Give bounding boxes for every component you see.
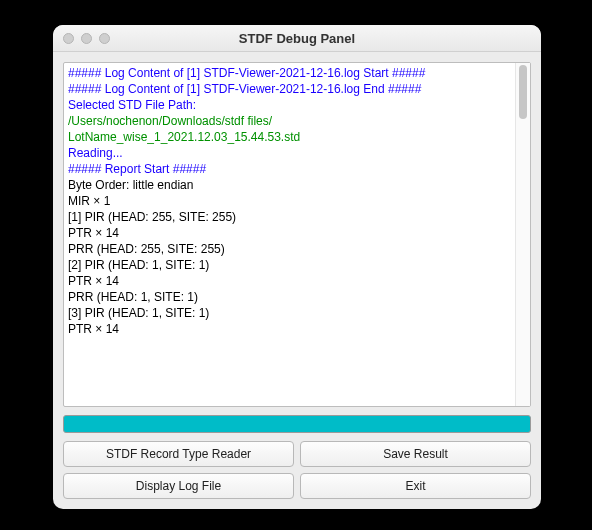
- log-line: LotName_wise_1_2021.12.03_15.44.53.std: [68, 129, 511, 145]
- traffic-lights: [63, 33, 110, 44]
- zoom-icon[interactable]: [99, 33, 110, 44]
- log-line: [3] PIR (HEAD: 1, SITE: 1): [68, 305, 511, 321]
- log-line: PTR × 14: [68, 273, 511, 289]
- log-line: /Users/nochenon/Downloads/stdf files/: [68, 113, 511, 129]
- close-icon[interactable]: [63, 33, 74, 44]
- log-line: ##### Report Start #####: [68, 161, 511, 177]
- save-result-button[interactable]: Save Result: [300, 441, 531, 467]
- scrollbar[interactable]: [515, 63, 530, 406]
- display-log-button[interactable]: Display Log File: [63, 473, 294, 499]
- app-window: STDF Debug Panel ##### Log Content of [1…: [53, 25, 541, 509]
- log-line: [1] PIR (HEAD: 255, SITE: 255): [68, 209, 511, 225]
- log-line: PRR (HEAD: 255, SITE: 255): [68, 241, 511, 257]
- progress-bar: [63, 415, 531, 433]
- log-line: Selected STD File Path:: [68, 97, 511, 113]
- log-line: ##### Log Content of [1] STDF-Viewer-202…: [68, 81, 511, 97]
- content-area: ##### Log Content of [1] STDF-Viewer-202…: [53, 52, 541, 509]
- titlebar: STDF Debug Panel: [53, 25, 541, 52]
- log-line: Byte Order: little endian: [68, 177, 511, 193]
- log-line: ##### Log Content of [1] STDF-Viewer-202…: [68, 65, 511, 81]
- minimize-icon[interactable]: [81, 33, 92, 44]
- log-line: PRR (HEAD: 1, SITE: 1): [68, 289, 511, 305]
- exit-button[interactable]: Exit: [300, 473, 531, 499]
- window-title: STDF Debug Panel: [53, 31, 541, 46]
- button-grid: STDF Record Type Reader Save Result Disp…: [63, 441, 531, 499]
- log-line: [2] PIR (HEAD: 1, SITE: 1): [68, 257, 511, 273]
- log-panel: ##### Log Content of [1] STDF-Viewer-202…: [63, 62, 531, 407]
- log-line: Reading...: [68, 145, 511, 161]
- scroll-thumb[interactable]: [519, 65, 527, 119]
- log-line: PTR × 14: [68, 321, 511, 337]
- record-reader-button[interactable]: STDF Record Type Reader: [63, 441, 294, 467]
- log-text[interactable]: ##### Log Content of [1] STDF-Viewer-202…: [64, 63, 515, 406]
- log-line: PTR × 14: [68, 225, 511, 241]
- log-line: MIR × 1: [68, 193, 511, 209]
